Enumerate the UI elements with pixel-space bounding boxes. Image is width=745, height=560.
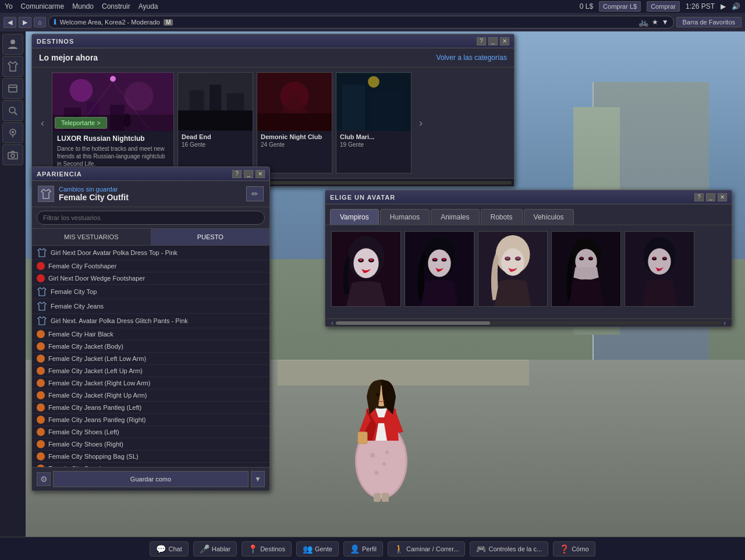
avatar-grid bbox=[325, 225, 732, 318]
avatar-card-5[interactable] bbox=[625, 231, 694, 307]
save-as-button[interactable]: Guardar como bbox=[53, 471, 249, 487]
forward-button[interactable]: ▶ bbox=[19, 17, 31, 28]
buy-linden-button[interactable]: Comprar L$ bbox=[599, 1, 641, 12]
destinos-help[interactable]: ? bbox=[477, 37, 486, 45]
wardrobe-item[interactable]: Female City Jeans Pantleg (Right) bbox=[32, 414, 269, 426]
svg-rect-43 bbox=[257, 114, 332, 131]
tab-humanos[interactable]: Humanos bbox=[380, 209, 430, 225]
sidebar-icon-map[interactable] bbox=[2, 122, 23, 143]
avatar-title: ELIGE UN AVATAR bbox=[330, 194, 694, 201]
apariencia-close[interactable]: ✕ bbox=[256, 170, 265, 178]
wardrobe-item[interactable]: Female City Top bbox=[32, 285, 269, 299]
scroll-left[interactable]: ‹ bbox=[37, 72, 48, 173]
controls-button[interactable]: 🎮 Controles de la c... bbox=[470, 541, 548, 557]
wardrobe-item[interactable]: Female City Jacket (Left Up Arm) bbox=[32, 365, 269, 377]
avatar-scrollbar[interactable]: ‹ › bbox=[325, 318, 732, 327]
search-input[interactable] bbox=[37, 211, 265, 225]
apariencia-minimize[interactable]: _ bbox=[244, 170, 253, 178]
edit-outfit-button[interactable]: ✏ bbox=[246, 186, 264, 201]
favorites-bar[interactable]: Barra de Favoritos bbox=[676, 17, 742, 27]
item-label: Female City Footshaper bbox=[48, 263, 116, 270]
destinos-minimize[interactable]: _ bbox=[488, 37, 498, 45]
tab-animales[interactable]: Animales bbox=[431, 209, 479, 225]
avatar-scroll-left[interactable]: ‹ bbox=[331, 319, 334, 327]
menu-ayuda[interactable]: Ayuda bbox=[139, 2, 158, 10]
wardrobe-item[interactable]: Female City Shopping Bag (SL) bbox=[32, 451, 269, 463]
dest-card-2[interactable]: Demonic Night Club 24 Gente bbox=[257, 72, 332, 173]
dest-name-1: Dead End bbox=[182, 133, 249, 140]
help-button[interactable]: ❓ Cómo bbox=[553, 541, 595, 557]
orange-dot-icon bbox=[37, 342, 45, 350]
wardrobe-item[interactable]: Female City Jacket (Right Up Arm) bbox=[32, 389, 269, 402]
stream-icon[interactable]: ▶ bbox=[721, 2, 726, 10]
dropdown-arrow[interactable]: ▼ bbox=[662, 18, 669, 26]
save-dropdown-button[interactable]: ▼ bbox=[251, 471, 265, 487]
avatar-scroll-right[interactable]: › bbox=[723, 319, 726, 327]
wardrobe-item[interactable]: Female City Footshaper bbox=[32, 260, 269, 272]
avatar-scroll-track[interactable] bbox=[336, 321, 721, 325]
walk-button[interactable]: 🚶 Caminar / Correr... bbox=[388, 541, 465, 557]
wardrobe-item[interactable]: Female City Hair Black bbox=[32, 328, 269, 341]
dest-card-3[interactable]: Club Mari... 19 Gente bbox=[336, 72, 411, 173]
scroll-right[interactable]: › bbox=[415, 72, 427, 173]
svg-point-75 bbox=[589, 257, 592, 259]
apariencia-help[interactable]: ? bbox=[232, 170, 242, 178]
tab-vampiros[interactable]: Vampiros bbox=[330, 209, 379, 225]
avatar-minimize[interactable]: _ bbox=[706, 193, 715, 201]
destinations-button[interactable]: 📍 Destinos bbox=[242, 541, 292, 557]
chat-icon: 💬 bbox=[156, 544, 166, 554]
menu-mundo[interactable]: Mundo bbox=[72, 2, 94, 10]
sidebar-icon-avatar[interactable] bbox=[2, 34, 23, 55]
sidebar-icon-clothing[interactable] bbox=[2, 56, 23, 77]
sidebar-icon-inventory[interactable] bbox=[2, 78, 23, 99]
bottom-bar: 💬 Chat 🎤 Hablar 📍 Destinos 👥 Gente 👤 Per… bbox=[0, 537, 745, 560]
teleport-button[interactable]: Teleportarte > bbox=[55, 117, 107, 129]
avatar-card-1[interactable] bbox=[331, 231, 401, 307]
avatar-card-4[interactable] bbox=[551, 231, 621, 307]
avatar-help[interactable]: ? bbox=[694, 193, 704, 201]
orange-dot-icon bbox=[37, 379, 45, 387]
buy-button[interactable]: Comprar bbox=[647, 1, 680, 12]
back-button[interactable]: ◀ bbox=[3, 17, 16, 28]
avatar-close[interactable]: ✕ bbox=[718, 193, 727, 201]
tab-puesto[interactable]: PUESTO bbox=[151, 229, 270, 245]
audio-icon[interactable]: 🔊 bbox=[732, 2, 740, 10]
chat-button[interactable]: 💬 Chat bbox=[150, 541, 188, 557]
wardrobe-item[interactable]: Girl Next. Avatar Polka Dress Glitch Pan… bbox=[32, 314, 269, 328]
tab-robots[interactable]: Robots bbox=[481, 209, 523, 225]
settings-button[interactable]: ⚙ bbox=[37, 472, 51, 486]
people-button[interactable]: 👥 Gente bbox=[296, 541, 339, 557]
wardrobe-item[interactable]: Female City Sunglasses bbox=[32, 463, 269, 467]
orange-dot-icon bbox=[37, 403, 45, 412]
wardrobe-item[interactable]: Female City Jeans bbox=[32, 299, 269, 314]
menu-comunicarme[interactable]: Comunicarme bbox=[21, 2, 65, 10]
sidebar-icon-camera[interactable] bbox=[2, 144, 23, 165]
wardrobe-item[interactable]: Girl Next Door Avatar Polka Dress Top - … bbox=[32, 246, 269, 260]
item-label: Female City Jacket (Right Up Arm) bbox=[48, 392, 147, 399]
outfit-icon bbox=[38, 186, 54, 202]
menu-construir[interactable]: Construir bbox=[102, 2, 130, 10]
star-icon[interactable]: ★ bbox=[652, 18, 658, 26]
talk-button[interactable]: 🎤 Hablar bbox=[193, 541, 237, 557]
featured-card[interactable]: Teleportarte > LUXOR Russian Nightclub D… bbox=[52, 72, 174, 173]
wardrobe-item[interactable]: Female City Jacket (Right Low Arm) bbox=[32, 377, 269, 389]
tab-vehiculos[interactable]: Vehículos bbox=[524, 209, 574, 225]
menu-yo[interactable]: Yo bbox=[5, 2, 13, 10]
wardrobe-item[interactable]: Female City Shoes (Left) bbox=[32, 426, 269, 438]
avatar-card-2[interactable] bbox=[405, 231, 474, 307]
dest-card-1[interactable]: Dead End 16 Gente bbox=[178, 72, 253, 173]
avatar-card-3[interactable] bbox=[478, 231, 548, 307]
wardrobe-item[interactable]: Female City Jeans Pantleg (Left) bbox=[32, 402, 269, 414]
tab-mis-vestuarios[interactable]: MIS VESTUARIOS bbox=[32, 229, 151, 245]
destinos-close[interactable]: ✕ bbox=[500, 37, 509, 45]
sidebar-icon-search[interactable] bbox=[2, 100, 23, 121]
wardrobe-item[interactable]: Female City Jacket (Body) bbox=[32, 341, 269, 353]
home-button[interactable]: ⌂ bbox=[34, 17, 46, 27]
profile-button[interactable]: 👤 Perfil bbox=[343, 541, 383, 557]
back-to-categories[interactable]: Volver a las categorías bbox=[437, 54, 507, 62]
wardrobe-item[interactable]: Female City Jacket (Left Low Arm) bbox=[32, 353, 269, 365]
wardrobe-item[interactable]: Female City Shoes (Right) bbox=[32, 438, 269, 451]
address-bar[interactable]: ℹ Welcome Area, Korea2 - Moderado M 🚲 ★ … bbox=[48, 16, 674, 29]
wardrobe-item[interactable]: Girl Next Door Wedge Footshaper bbox=[32, 272, 269, 285]
wardrobe-list[interactable]: Girl Next Door Avatar Polka Dress Top - … bbox=[32, 246, 269, 467]
